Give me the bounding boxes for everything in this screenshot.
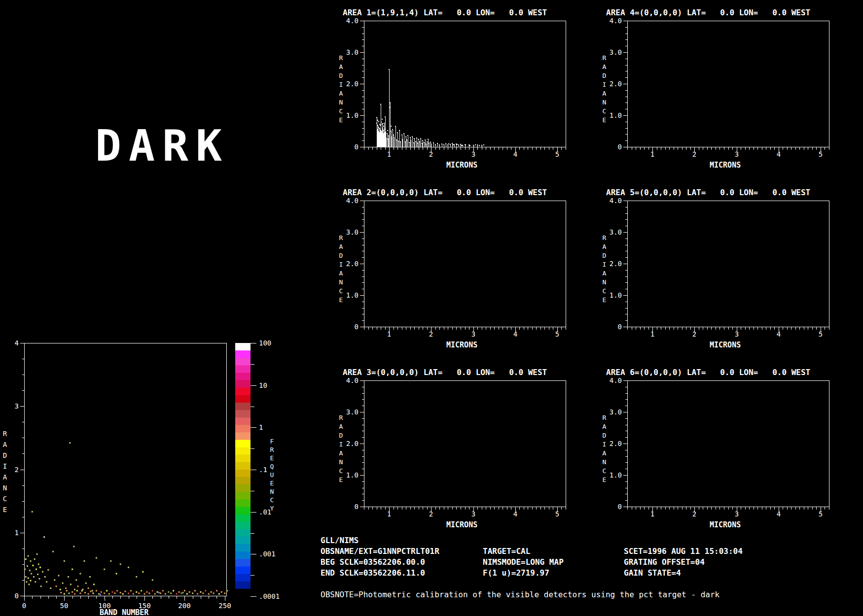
info-nimsmode: NIMSMODE=LONG MAP bbox=[483, 557, 564, 567]
info-obsname: OBSNAME/EXT=G1NNPCTRLT01R bbox=[321, 547, 439, 556]
svg-text:2.0: 2.0 bbox=[346, 440, 359, 447]
svg-text:4.0: 4.0 bbox=[346, 17, 359, 25]
area4-plot: 01.02.03.04.012345 bbox=[610, 17, 829, 158]
band-scatter-plot: 01234050100150200250 bbox=[15, 339, 231, 610]
nims-display-screen: 0123405010015020025001.02.03.04.01234501… bbox=[0, 0, 863, 616]
svg-text:2.0: 2.0 bbox=[346, 260, 359, 268]
info-instrument: GLL/NIMS bbox=[321, 536, 359, 545]
area2-ylabel: RADIANCE bbox=[337, 234, 345, 305]
svg-text:5: 5 bbox=[555, 510, 559, 518]
info-f1u: F(1 u)=2719.97 bbox=[483, 568, 549, 578]
svg-text:1: 1 bbox=[387, 330, 391, 338]
svg-text:1: 1 bbox=[15, 529, 19, 537]
svg-text:0: 0 bbox=[22, 602, 26, 610]
area2-plot: 01.02.03.04.012345 bbox=[346, 197, 566, 338]
svg-text:3: 3 bbox=[735, 150, 739, 158]
svg-text:4.0: 4.0 bbox=[346, 197, 359, 205]
info-end-sclk: END SCLK=03562206.11.0 bbox=[321, 568, 425, 578]
svg-text:4.0: 4.0 bbox=[610, 17, 622, 25]
area5-ylabel: RADIANCE bbox=[601, 234, 608, 305]
svg-text:4: 4 bbox=[777, 150, 781, 158]
svg-text:4: 4 bbox=[513, 330, 517, 338]
area1-xlabel: MICRONS bbox=[446, 161, 477, 170]
svg-text:2.0: 2.0 bbox=[346, 80, 359, 88]
svg-text:4: 4 bbox=[777, 510, 781, 518]
area5-title: AREA 5=(0,0,0,0) LAT= 0.0 LON= 0.0 WEST bbox=[606, 188, 810, 197]
svg-text:1.0: 1.0 bbox=[610, 471, 622, 479]
area1-plot: 01.02.03.04.012345 bbox=[346, 17, 566, 158]
svg-text:4.0: 4.0 bbox=[610, 376, 622, 384]
svg-text:5: 5 bbox=[819, 330, 823, 338]
svg-text:3.0: 3.0 bbox=[346, 48, 359, 56]
area4-xlabel: MICRONS bbox=[710, 161, 741, 170]
svg-text:3.0: 3.0 bbox=[346, 228, 359, 236]
info-obsnote: OBSNOTE=Photometric calibration of the v… bbox=[321, 590, 719, 599]
svg-text:.0001: .0001 bbox=[259, 592, 280, 600]
area2-xlabel: MICRONS bbox=[446, 341, 477, 349]
svg-text:3: 3 bbox=[735, 330, 739, 338]
area1-ylabel: RADIANCE bbox=[337, 54, 345, 125]
dark-label: DARK bbox=[95, 124, 229, 168]
svg-text:2.0: 2.0 bbox=[610, 260, 622, 268]
area3-plot: 01.02.03.04.012345 bbox=[346, 376, 566, 518]
svg-text:250: 250 bbox=[218, 602, 231, 610]
svg-text:5: 5 bbox=[819, 510, 823, 518]
svg-text:10: 10 bbox=[259, 381, 267, 389]
scatter-xlabel: BAND NUMBER bbox=[100, 608, 148, 616]
svg-text:4.0: 4.0 bbox=[610, 197, 622, 205]
svg-text:4: 4 bbox=[513, 150, 517, 158]
svg-text:100: 100 bbox=[259, 339, 271, 347]
svg-text:2: 2 bbox=[429, 150, 433, 158]
area4-title: AREA 4=(0,0,0,0) LAT= 0.0 LON= 0.0 WEST bbox=[606, 8, 810, 17]
svg-text:200: 200 bbox=[178, 602, 190, 610]
area6-xlabel: MICRONS bbox=[710, 520, 741, 529]
svg-text:4.0: 4.0 bbox=[346, 376, 359, 384]
svg-text:1.0: 1.0 bbox=[346, 291, 359, 299]
area5-xlabel: MICRONS bbox=[710, 341, 741, 349]
svg-text:5: 5 bbox=[555, 150, 559, 158]
svg-text:1.0: 1.0 bbox=[610, 111, 622, 119]
svg-text:3.0: 3.0 bbox=[346, 408, 359, 416]
svg-text:1: 1 bbox=[650, 330, 654, 338]
area3-title: AREA 3=(0,0,0,0) LAT= 0.0 LON= 0.0 WEST bbox=[343, 368, 547, 377]
svg-text:0: 0 bbox=[355, 503, 359, 511]
svg-text:1.0: 1.0 bbox=[346, 471, 359, 479]
scatter-ylabel: RADIANCE bbox=[1, 430, 9, 516]
svg-text:3: 3 bbox=[471, 150, 475, 158]
svg-text:4: 4 bbox=[15, 339, 19, 347]
svg-text:3: 3 bbox=[735, 510, 739, 518]
svg-text:2.0: 2.0 bbox=[610, 440, 622, 447]
svg-text:4: 4 bbox=[513, 510, 517, 518]
svg-text:1: 1 bbox=[650, 150, 654, 158]
svg-text:0: 0 bbox=[15, 592, 19, 600]
svg-text:.001: .001 bbox=[259, 550, 276, 558]
svg-text:.1: .1 bbox=[259, 466, 267, 474]
svg-text:1: 1 bbox=[650, 510, 654, 518]
info-beg-sclk: BEG SCLK=03562206.00.0 bbox=[321, 557, 425, 567]
area2-title: AREA 2=(0,0,0,0) LAT= 0.0 LON= 0.0 WEST bbox=[343, 188, 547, 197]
area6-ylabel: RADIANCE bbox=[601, 414, 608, 485]
svg-text:1.0: 1.0 bbox=[346, 111, 359, 119]
svg-text:0: 0 bbox=[618, 143, 622, 151]
colorbar-label: FREQUENCY bbox=[268, 438, 276, 513]
svg-text:3.0: 3.0 bbox=[610, 228, 622, 236]
area3-ylabel: RADIANCE bbox=[337, 414, 345, 485]
svg-text:2: 2 bbox=[692, 150, 696, 158]
svg-text:2: 2 bbox=[429, 510, 433, 518]
svg-text:3: 3 bbox=[471, 330, 475, 338]
area3-xlabel: MICRONS bbox=[446, 520, 477, 529]
info-target: TARGET=CAL bbox=[483, 547, 530, 556]
svg-text:0: 0 bbox=[355, 143, 359, 151]
svg-text:3: 3 bbox=[471, 510, 475, 518]
svg-text:2: 2 bbox=[692, 510, 696, 518]
area5-plot: 01.02.03.04.012345 bbox=[610, 197, 829, 338]
svg-text:2.0: 2.0 bbox=[610, 80, 622, 88]
info-scet: SCET=1996 AUG 11 15:03:04 bbox=[624, 547, 743, 556]
area4-ylabel: RADIANCE bbox=[601, 54, 608, 125]
area6-title: AREA 6=(0,0,0,0) LAT= 0.0 LON= 0.0 WEST bbox=[606, 368, 810, 377]
svg-text:1.0: 1.0 bbox=[610, 291, 622, 299]
svg-text:3: 3 bbox=[15, 402, 19, 410]
svg-text:0: 0 bbox=[355, 323, 359, 331]
svg-text:0: 0 bbox=[618, 323, 622, 331]
svg-text:0: 0 bbox=[618, 503, 622, 511]
